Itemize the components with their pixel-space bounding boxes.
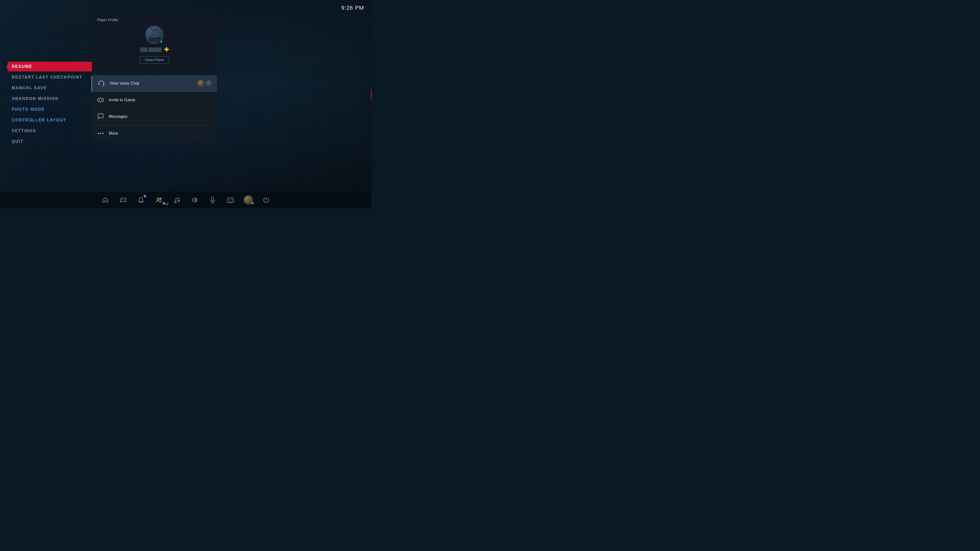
- username-blocks: [140, 48, 162, 52]
- svg-point-18: [157, 198, 159, 200]
- friends-count: 10: [165, 203, 168, 206]
- menu-item-manual-save[interactable]: MANUAL SAVE: [8, 83, 92, 93]
- menu-item-photo-mode[interactable]: PHOTO MODE: [8, 105, 92, 114]
- online-status-dot: [160, 40, 163, 43]
- taskbar-gamepad[interactable]: [225, 195, 235, 205]
- taskbar-home[interactable]: [100, 195, 110, 205]
- menu-item-quit[interactable]: QUIT: [8, 137, 92, 146]
- voice-chat-label: View Voice Chat: [110, 81, 193, 86]
- left-menu: RESUME RESTART LAST CHECKPOINT MANUAL SA…: [0, 0, 92, 208]
- username-block-2: [148, 48, 162, 52]
- taskbar-profile-avatar[interactable]: [243, 195, 253, 205]
- friends-online-dot: [162, 202, 165, 205]
- more-label: More: [109, 131, 212, 136]
- svg-point-13: [102, 133, 103, 134]
- profile-title: Player Profile: [97, 18, 212, 22]
- svg-rect-6: [97, 98, 103, 102]
- svg-marker-2: [156, 28, 158, 30]
- player-avatar-2: [206, 80, 212, 86]
- taskbar-music[interactable]: [172, 195, 182, 205]
- chat-icon: [97, 113, 105, 121]
- svg-point-3: [152, 30, 156, 35]
- taskbar: 10: [0, 192, 372, 208]
- headset-icon: [97, 79, 105, 87]
- svg-point-28: [231, 199, 232, 200]
- messages-label: Messages: [109, 114, 212, 119]
- svg-rect-4: [99, 83, 100, 85]
- svg-point-19: [160, 198, 161, 200]
- svg-point-12: [100, 133, 101, 134]
- menu-item-resume[interactable]: RESUME: [8, 62, 92, 71]
- taskbar-notifications[interactable]: [136, 195, 146, 205]
- action-item-voice-chat[interactable]: View Voice Chat: [91, 75, 217, 92]
- action-item-more[interactable]: More: [91, 125, 217, 141]
- red-accent-bar: [371, 89, 372, 100]
- voice-chat-avatars: [197, 80, 212, 87]
- svg-marker-22: [192, 198, 195, 202]
- svg-rect-23: [212, 197, 213, 200]
- svg-marker-1: [151, 28, 153, 30]
- action-item-invite-game[interactable]: Invite to Game: [91, 92, 217, 108]
- menu-item-settings[interactable]: SETTINGS: [8, 126, 92, 136]
- svg-rect-5: [103, 83, 104, 85]
- menu-item-restart[interactable]: RESTART LAST CHECKPOINT: [8, 73, 92, 82]
- username-block-1: [140, 48, 147, 52]
- svg-rect-30: [230, 203, 231, 203]
- taskbar-audio[interactable]: [189, 195, 200, 205]
- player-avatar-1: [197, 80, 205, 87]
- taskbar-mic[interactable]: [207, 195, 218, 205]
- player-profile-panel: Player Profile: [92, 13, 217, 73]
- svg-point-9: [101, 100, 102, 100]
- invite-game-label: Invite to Game: [109, 98, 212, 102]
- avatar-container: [145, 25, 164, 44]
- svg-point-16: [124, 199, 124, 200]
- notification-badge: [144, 195, 146, 197]
- action-item-messages[interactable]: Messages: [91, 108, 217, 125]
- menu-item-controller-layout[interactable]: CONTROLLER LAYOUT: [8, 115, 92, 125]
- menu-item-abandon-mission[interactable]: ABANDON MISSION: [8, 94, 92, 103]
- clock: 9:26 PM: [341, 5, 364, 11]
- action-panel: View Voice Chat Invite to Game Messages: [91, 75, 217, 141]
- svg-point-10: [102, 100, 103, 101]
- taskbar-power[interactable]: [261, 195, 271, 205]
- close-friend-button[interactable]: Close Friend: [140, 56, 169, 64]
- svg-point-29: [232, 200, 232, 200]
- taskbar-controller[interactable]: [118, 195, 128, 205]
- gamepad-icon: [97, 96, 105, 104]
- svg-point-17: [124, 200, 125, 200]
- taskbar-avatar-online: [251, 202, 253, 204]
- taskbar-friends[interactable]: 10: [154, 195, 164, 205]
- ps-plus-icon: ✚: [164, 46, 169, 53]
- profile-avatar-area: ✚ Close Friend: [97, 25, 212, 64]
- username-bar: ✚: [140, 46, 169, 53]
- svg-point-11: [98, 133, 99, 134]
- avatar-figure: [148, 28, 161, 42]
- ellipsis-icon: [97, 129, 105, 138]
